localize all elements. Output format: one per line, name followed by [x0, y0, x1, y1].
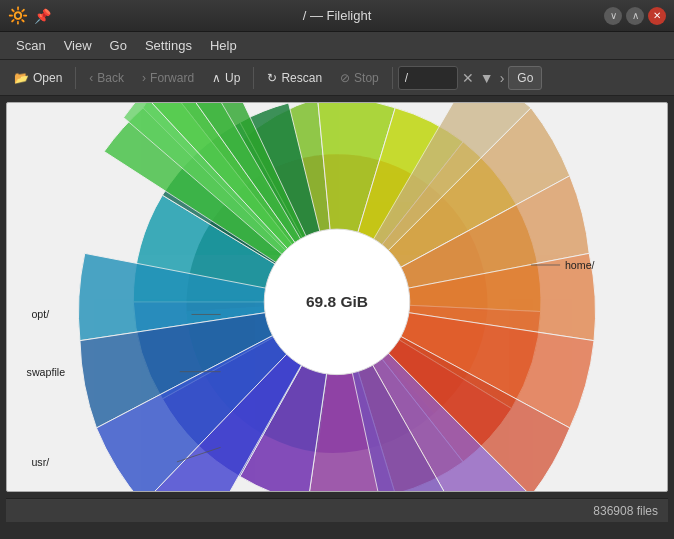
app-icon: 🔆 [8, 6, 28, 25]
dropdown-icon[interactable]: ▼ [478, 70, 496, 86]
menu-settings[interactable]: Settings [137, 35, 200, 56]
go-button[interactable]: Go [508, 66, 542, 90]
back-icon: ‹ [89, 71, 93, 85]
nav-right-icon: › [498, 70, 507, 86]
menu-help[interactable]: Help [202, 35, 245, 56]
window-title: / — Filelight [303, 8, 372, 23]
minimize-button[interactable]: ∨ [604, 7, 622, 25]
menu-bar: Scan View Go Settings Help [0, 32, 674, 60]
window-controls: ∨ ∧ ✕ [604, 7, 666, 25]
rescan-button[interactable]: ↻ Rescan [259, 68, 330, 88]
folder-icon: 📂 [14, 71, 29, 85]
stop-button[interactable]: ⊘ Stop [332, 68, 387, 88]
label-home: home/ [565, 259, 595, 271]
status-bar: 836908 files [6, 498, 668, 522]
filelight-svg: 69.8 GiB home/ opt/ swapfile usr/ var [7, 103, 667, 491]
maximize-button[interactable]: ∧ [626, 7, 644, 25]
label-opt: opt/ [31, 308, 49, 320]
label-swapfile: swapfile [27, 366, 66, 378]
menu-view[interactable]: View [56, 35, 100, 56]
rescan-icon: ↻ [267, 71, 277, 85]
location-bar: ✕ ▼ › Go [398, 66, 668, 90]
up-button[interactable]: ∧ Up [204, 68, 248, 88]
location-input[interactable] [398, 66, 458, 90]
forward-button[interactable]: › Forward [134, 68, 202, 88]
chart-center-label: 69.8 GiB [306, 293, 368, 310]
back-button[interactable]: ‹ Back [81, 68, 132, 88]
menu-scan[interactable]: Scan [8, 35, 54, 56]
close-button[interactable]: ✕ [648, 7, 666, 25]
stop-icon: ⊘ [340, 71, 350, 85]
toolbar: 📂 Open ‹ Back › Forward ∧ Up ↻ Rescan ⊘ … [0, 60, 674, 96]
label-usr: usr/ [31, 456, 49, 468]
pin-icon: 📌 [34, 8, 51, 24]
title-bar-left: 🔆 📌 [8, 6, 51, 25]
menu-go[interactable]: Go [102, 35, 135, 56]
toolbar-separator-1 [75, 67, 76, 89]
forward-icon: › [142, 71, 146, 85]
toolbar-separator-3 [392, 67, 393, 89]
open-button[interactable]: 📂 Open [6, 68, 70, 88]
toolbar-separator-2 [253, 67, 254, 89]
chart-area: 69.8 GiB home/ opt/ swapfile usr/ var [6, 102, 668, 492]
files-count: 836908 files [593, 504, 658, 518]
clear-location-icon[interactable]: ✕ [460, 70, 476, 86]
up-icon: ∧ [212, 71, 221, 85]
title-bar: 🔆 📌 / — Filelight ∨ ∧ ✕ [0, 0, 674, 32]
